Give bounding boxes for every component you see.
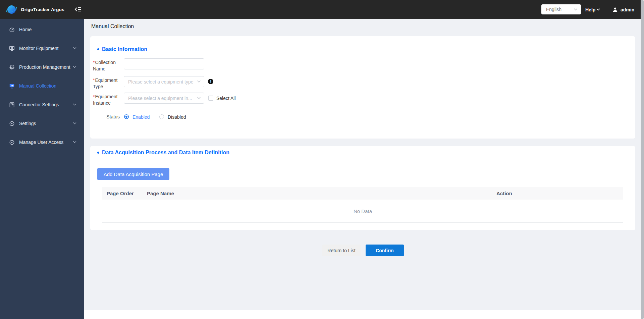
brand-title: OrigoTracker Argus xyxy=(21,0,64,19)
chevron-down-icon xyxy=(197,80,201,83)
chevron-down-icon xyxy=(73,47,76,49)
sidebar-item-label: Monitor Equipment xyxy=(19,46,59,51)
sidebar-item-production-management[interactable]: Production Management xyxy=(0,58,84,76)
chevron-down-icon xyxy=(73,122,76,124)
connector-icon xyxy=(9,102,15,108)
data-acquisition-card: Data Acquisition Process and Data Item D… xyxy=(90,146,635,230)
confirm-button[interactable]: Confirm xyxy=(366,245,404,256)
vertical-scrollbar[interactable] xyxy=(641,0,644,319)
chevron-down-icon xyxy=(574,8,578,11)
sidebar-item-settings[interactable]: Settings xyxy=(0,114,84,133)
brand-logo-icon xyxy=(5,3,18,16)
sidebar-item-label: Connector Settings xyxy=(19,102,59,107)
scrollbar-thumb[interactable] xyxy=(641,0,644,319)
gear-icon xyxy=(9,64,15,70)
sidebar-item-label: Manual Collection xyxy=(19,83,56,89)
equipment-type-select[interactable]: Please select a equipment type xyxy=(124,76,204,87)
table-header-page-order: Page Order xyxy=(107,187,134,200)
status-disabled-radio[interactable] xyxy=(159,114,164,119)
sidebar-item-label: Production Management xyxy=(19,64,70,70)
gauge-icon xyxy=(9,26,15,33)
equipment-instance-label: Equipment Instance xyxy=(90,94,120,106)
status-label: Status xyxy=(90,114,120,119)
sidebar-collapse-icon[interactable] xyxy=(74,5,82,13)
table-header-action: Action xyxy=(496,187,512,200)
add-data-acquisition-page-button[interactable]: Add Data Acquisition Page xyxy=(97,168,169,180)
status-enabled-radio[interactable] xyxy=(124,114,129,119)
warning-info-icon[interactable]: ! xyxy=(208,79,213,84)
header-divider xyxy=(606,6,606,13)
user-icon xyxy=(612,7,618,12)
sidebar-item-manual-collection[interactable]: Manual Collection xyxy=(0,76,84,95)
table-header-page-name: Page Name xyxy=(147,187,174,200)
circle-dot-icon xyxy=(9,120,15,126)
equipment-instance-select[interactable]: Please select a equipment in... xyxy=(124,93,204,104)
status-disabled-label[interactable]: Disabled xyxy=(168,114,186,120)
equipment-type-label: Equipment Type xyxy=(90,77,120,90)
app-window: OrigoTracker Argus English Help xyxy=(0,0,644,319)
chevron-down-icon xyxy=(197,97,201,99)
user-menu[interactable]: admin xyxy=(612,0,634,19)
sidebar-item-connector-settings[interactable]: Connector Settings xyxy=(0,95,84,114)
language-select[interactable]: English xyxy=(541,4,581,14)
chevron-down-icon xyxy=(596,8,600,11)
select-all-label: Select All xyxy=(216,96,236,101)
page-title: Manual Collection xyxy=(91,23,134,30)
circle-dot-icon xyxy=(9,139,15,145)
acquisition-pages-table: Page Order Page Name Action No Data xyxy=(102,187,623,223)
username-label: admin xyxy=(621,7,634,12)
sidebar-item-manage-user-access[interactable]: Manage User Access xyxy=(0,133,84,152)
sidebar-item-label: Settings xyxy=(19,121,36,126)
status-enabled-label[interactable]: Enabled xyxy=(132,114,150,120)
chevron-down-icon xyxy=(73,141,76,143)
equipment-type-placeholder: Please select a equipment type xyxy=(128,79,194,85)
table-empty-state: No Data xyxy=(102,200,623,222)
bullet-icon xyxy=(97,152,99,154)
monitor-icon xyxy=(9,45,15,51)
help-label: Help xyxy=(585,7,595,12)
select-all-checkbox[interactable] xyxy=(208,96,213,101)
chevron-down-icon xyxy=(73,103,76,106)
monitor-edit-icon xyxy=(9,83,15,89)
sidebar-nav: Home Monitor Equipment xyxy=(0,19,84,319)
data-acquisition-heading: Data Acquisition Process and Data Item D… xyxy=(97,150,229,156)
chevron-down-icon xyxy=(73,66,76,68)
sidebar-item-monitor-equipment[interactable]: Monitor Equipment xyxy=(0,39,84,58)
collection-name-label: Collection Name xyxy=(90,59,120,72)
bullet-icon xyxy=(97,48,99,50)
sidebar-item-home[interactable]: Home xyxy=(0,20,84,39)
collection-name-input[interactable] xyxy=(124,58,204,69)
top-header-bar: OrigoTracker Argus English Help xyxy=(0,0,644,19)
basic-information-heading: Basic Information xyxy=(97,46,147,52)
main-content: Manual Collection Basic Information Coll… xyxy=(84,19,641,310)
table-header-row: Page Order Page Name Action xyxy=(102,187,623,200)
help-menu[interactable]: Help xyxy=(585,0,600,19)
language-select-value: English xyxy=(546,7,561,12)
equipment-instance-placeholder: Please select a equipment in... xyxy=(128,96,192,101)
table-bottom-divider xyxy=(102,222,623,223)
return-to-list-button[interactable]: Return to List xyxy=(322,245,361,256)
basic-information-card: Basic Information Collection Name Equipm… xyxy=(90,36,635,139)
sidebar-item-label: Manage User Access xyxy=(19,140,63,145)
sidebar-item-label: Home xyxy=(19,27,32,32)
footer-actions: Return to List Confirm xyxy=(84,245,641,256)
